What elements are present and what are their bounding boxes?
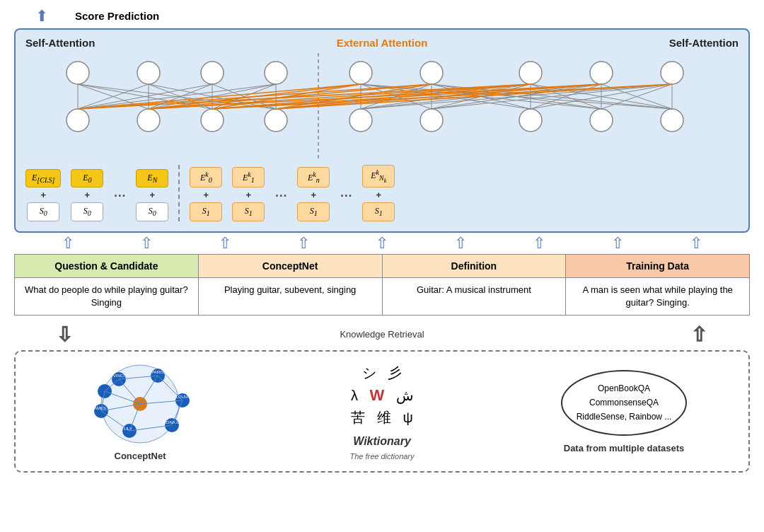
wiktionary-chars: シ 彡 λ W ش 苦 维 ψ xyxy=(351,362,413,428)
emb-k1-plus: + xyxy=(246,190,252,200)
svg-point-27 xyxy=(519,62,542,84)
up-arrow-2: ⇧ xyxy=(140,236,153,251)
table-header-conceptnet: ConceptNet xyxy=(199,255,383,277)
table-body-row: What do people do while playing guitar? … xyxy=(15,277,749,315)
emb-dots-right2: … xyxy=(340,185,352,221)
s0-cls-box: S0 xyxy=(27,202,59,221)
svg-point-4 xyxy=(66,109,89,132)
external-attention-label: External Attention xyxy=(337,37,428,49)
datasets-oval: OpenBookQA CommonsenseQA RiddleSense, Ra… xyxy=(561,370,688,436)
up-arrow-right-retrieval: ⇧ xyxy=(691,323,707,346)
emb-kn-plus: + xyxy=(311,190,317,200)
svg-point-26 xyxy=(420,62,443,84)
dataset-line-2: CommonsenseQA xyxy=(577,395,672,410)
svg-point-6 xyxy=(201,109,224,132)
left-embeddings: E[CLS] + S0 E0 + S0 … EN + S0 xyxy=(25,165,180,221)
table-header-row: Question & Candidate ConceptNet Definiti… xyxy=(15,255,749,277)
emb-n-plus: + xyxy=(150,190,156,200)
svg-point-30 xyxy=(349,109,372,132)
svg-point-32 xyxy=(519,109,542,132)
dataset-line-1: OpenBookQA xyxy=(577,381,672,395)
svg-text:MONA LISA: MONA LISA xyxy=(163,420,185,424)
svg-point-0 xyxy=(66,62,89,84)
emb-dots-left: … xyxy=(113,185,126,221)
emb-0: E0 + S0 xyxy=(71,169,103,221)
knowledge-table: Question & Candidate ConceptNet Definiti… xyxy=(14,254,750,316)
wiktionary-subtitle: The free dictionary xyxy=(349,452,414,461)
emb-cls: E[CLS] + S0 xyxy=(25,169,61,221)
table-header-training: Training Data xyxy=(566,255,749,277)
s1-k1-box: S1 xyxy=(232,202,265,221)
neural-network-box: Self-Attention External Attention Self-A… xyxy=(14,28,750,233)
wiktionary-section: シ 彡 λ W ش 苦 维 ψ Wiktionary The free dict… xyxy=(265,362,499,461)
dataset-line-3: RiddleSense, Rainbow ... xyxy=(577,410,672,424)
emb-kn-box: Ekn xyxy=(297,167,330,187)
svg-text:LILY: LILY xyxy=(124,427,132,431)
s0-0-box: S0 xyxy=(71,202,103,221)
up-arrow-7: ⇧ xyxy=(533,236,545,251)
score-prediction-label: Score Prediction xyxy=(75,10,159,22)
emb-dots-right: … xyxy=(274,185,287,221)
right-self-attention-label: Self-Attention xyxy=(669,37,739,49)
conceptnet-section: DA VINCI PARIS LOUVRE MONA LISA LILY JAM… xyxy=(23,362,257,461)
up-arrow-9: ⇧ xyxy=(690,236,702,251)
conceptnet-label: ConceptNet xyxy=(115,451,166,461)
emb-kn: Ekn + S1 xyxy=(297,167,330,221)
embeddings-row: E[CLS] + S0 E0 + S0 … EN + S0 xyxy=(25,165,739,221)
nn-graph xyxy=(25,53,739,162)
s0-n-box: S0 xyxy=(136,202,168,221)
datasets-label: Data from multiple datasets xyxy=(564,443,685,453)
datasets-section: OpenBookQA CommonsenseQA RiddleSense, Ra… xyxy=(507,370,741,453)
up-arrow-4: ⇧ xyxy=(297,236,310,251)
nn-header: Self-Attention External Attention Self-A… xyxy=(25,37,739,49)
svg-point-29 xyxy=(661,62,683,84)
svg-point-28 xyxy=(590,62,613,84)
emb-knk: EkNk + S1 xyxy=(362,165,395,221)
down-arrow-left: ⇩ xyxy=(57,323,73,346)
up-arrow-3: ⇧ xyxy=(219,236,231,251)
svg-point-34 xyxy=(661,109,683,132)
svg-text:LOUVRE: LOUVRE xyxy=(176,395,194,399)
s1-k0-box: S1 xyxy=(190,202,222,221)
emb-k0-plus: + xyxy=(204,190,209,200)
wiktionary-title: Wiktionary xyxy=(353,435,411,448)
s1-kn-box: S1 xyxy=(297,202,330,221)
emb-n-box: EN xyxy=(136,169,168,187)
arrows-row-1: ⇧ ⇧ ⇧ ⇧ ⇧ ⇧ ⇧ ⇧ ⇧ xyxy=(14,236,750,251)
svg-point-7 xyxy=(265,109,287,132)
emb-cls-box: E[CLS] xyxy=(25,169,61,187)
conceptnet-svg: DA VINCI PARIS LOUVRE MONA LISA LILY JAM… xyxy=(80,362,200,446)
emb-k0: Ek0 + S1 xyxy=(190,167,222,221)
emb-k0-box: Ek0 xyxy=(190,167,222,187)
knowledge-retrieval-label: Knowledge Retrieval xyxy=(340,329,424,340)
table-body-definition: Guitar: A musical instrument xyxy=(383,278,567,315)
right-embeddings: Ek0 + S1 Ek1 + S1 … Ekn + S1 xyxy=(180,165,739,221)
svg-text:PARIS: PARIS xyxy=(151,370,164,374)
up-arrow-8: ⇧ xyxy=(611,236,624,251)
svg-point-25 xyxy=(349,62,372,84)
table-header-definition: Definition xyxy=(383,255,567,277)
emb-n: EN + S0 xyxy=(136,169,168,221)
table-body-training: A man is seen what while playing the gui… xyxy=(566,278,749,315)
emb-k1: Ek1 + S1 xyxy=(232,167,265,221)
table-header-question: Question & Candidate xyxy=(15,255,199,277)
svg-point-31 xyxy=(420,109,443,132)
nn-svg xyxy=(25,53,739,159)
score-prediction-area: ⬆ Score Prediction xyxy=(35,7,750,25)
svg-point-2 xyxy=(201,62,224,84)
retrieval-arrows-row: ⇩ Knowledge Retrieval ⇧ xyxy=(14,323,750,346)
svg-point-33 xyxy=(590,109,613,132)
up-arrow-1: ⇧ xyxy=(62,236,74,251)
table-body-conceptnet: Playing guitar, subevent, singing xyxy=(199,278,383,315)
dashed-knowledge-box: DA VINCI PARIS LOUVRE MONA LISA LILY JAM… xyxy=(14,350,750,473)
knowledge-retrieval-section: ⇩ Knowledge Retrieval ⇧ xyxy=(14,323,750,473)
table-body-question: What do people do while playing guitar? … xyxy=(15,278,199,315)
svg-point-1 xyxy=(137,62,160,84)
up-arrow-5: ⇧ xyxy=(376,236,388,251)
svg-point-3 xyxy=(265,62,287,84)
left-self-attention-label: Self-Attention xyxy=(25,37,95,49)
svg-text:DA VINCI: DA VINCI xyxy=(106,374,125,378)
s1-knk-box: S1 xyxy=(362,202,395,221)
emb-k1-box: Ek1 xyxy=(232,167,265,187)
emb-knk-box: EkNk xyxy=(362,165,395,187)
